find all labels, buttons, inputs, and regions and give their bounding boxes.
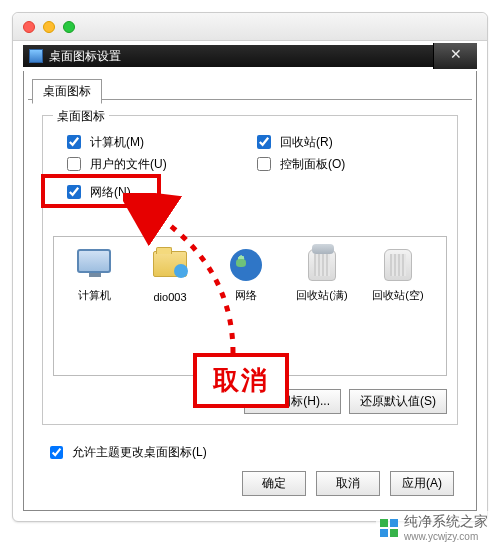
dialog-titlebar: 桌面图标设置 ✕: [23, 45, 477, 67]
icon-item-computer[interactable]: 计算机: [60, 247, 128, 302]
user-folder-icon: [150, 251, 190, 287]
outer-mac-window: 桌面图标设置 ✕ 桌面图标 桌面图标 计算机(M) 用户的文件(U) 网络(N): [12, 12, 488, 522]
check-network-label: 网络(N): [90, 184, 131, 201]
mac-minimize-icon[interactable]: [43, 21, 55, 33]
computer-icon: [74, 249, 114, 285]
annotation-cancel-label: 取消: [193, 353, 289, 408]
check-allow-theme-label: 允许主题更改桌面图标(L): [72, 444, 207, 461]
check-control[interactable]: 控制面板(O): [253, 154, 345, 174]
icon-item-network[interactable]: 网络: [212, 247, 280, 302]
display-settings-icon: [29, 49, 43, 63]
mac-titlebar: [13, 13, 487, 41]
check-allow-theme-box[interactable]: [50, 446, 63, 459]
mac-close-icon[interactable]: [23, 21, 35, 33]
check-userfiles[interactable]: 用户的文件(U): [63, 154, 167, 174]
check-allow-theme[interactable]: 允许主题更改桌面图标(L): [46, 443, 207, 462]
check-recycle[interactable]: 回收站(R): [253, 132, 333, 152]
icon-item-label: 回收站(满): [288, 289, 356, 302]
watermark-text: 纯净系统之家: [404, 513, 488, 529]
check-control-label: 控制面板(O): [280, 156, 345, 173]
check-recycle-label: 回收站(R): [280, 134, 333, 151]
tabstrip: 桌面图标: [24, 71, 476, 99]
check-computer[interactable]: 计算机(M): [63, 132, 144, 152]
ok-button[interactable]: 确定: [242, 471, 306, 496]
mac-zoom-icon[interactable]: [63, 21, 75, 33]
watermark-logo-icon: [380, 519, 398, 537]
check-computer-box[interactable]: [67, 135, 81, 149]
check-userfiles-label: 用户的文件(U): [90, 156, 167, 173]
network-globe-icon: [226, 249, 266, 285]
group-legend: 桌面图标: [53, 108, 109, 125]
check-userfiles-box[interactable]: [67, 157, 81, 171]
icon-item-label: dio003: [136, 291, 204, 304]
tab-desktop-icons[interactable]: 桌面图标: [32, 79, 102, 104]
check-computer-label: 计算机(M): [90, 134, 144, 151]
check-network[interactable]: 网络(N): [63, 182, 131, 202]
restore-default-button[interactable]: 还原默认值(S): [349, 389, 447, 414]
cancel-button[interactable]: 取消: [316, 471, 380, 496]
icon-item-userfolder[interactable]: dio003: [136, 247, 204, 304]
watermark-url: www.ycwjzy.com: [404, 531, 488, 542]
close-button[interactable]: ✕: [433, 43, 477, 69]
check-network-box[interactable]: [67, 185, 81, 199]
dialog-title: 桌面图标设置: [49, 48, 121, 65]
check-control-box[interactable]: [257, 157, 271, 171]
icon-item-label: 计算机: [60, 289, 128, 302]
icon-item-label: 网络: [212, 289, 280, 302]
watermark: 纯净系统之家 www.ycwjzy.com: [376, 511, 492, 544]
icon-item-recycle-empty[interactable]: 回收站(空): [364, 247, 432, 302]
apply-button[interactable]: 应用(A): [390, 471, 454, 496]
recycle-full-icon: [302, 249, 342, 285]
check-recycle-box[interactable]: [257, 135, 271, 149]
icon-item-label: 回收站(空): [364, 289, 432, 302]
dialog-client: 桌面图标 桌面图标 计算机(M) 用户的文件(U) 网络(N) 回收站(R): [23, 71, 477, 511]
recycle-empty-icon: [378, 249, 418, 285]
icon-item-recycle-full[interactable]: 回收站(满): [288, 247, 356, 302]
